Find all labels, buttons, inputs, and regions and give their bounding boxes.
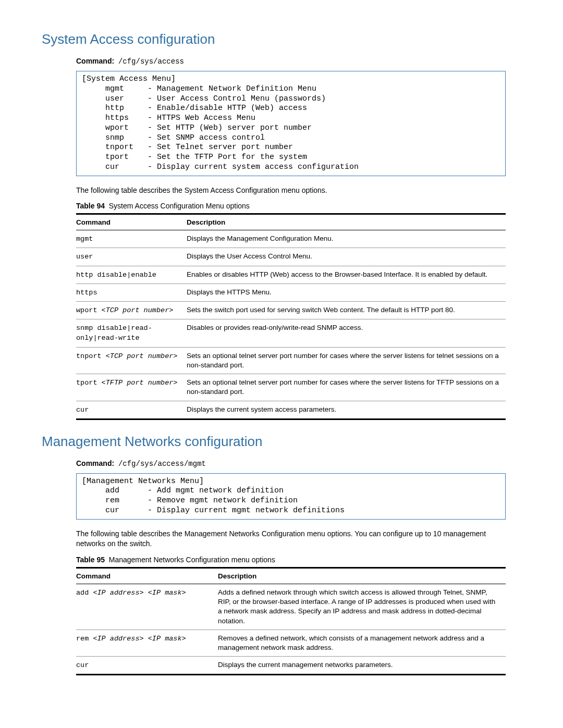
table-title: System Access Configuration Menu options bbox=[109, 202, 250, 210]
command-arg: <TCP port number> bbox=[106, 352, 178, 360]
table-row: userDisplays the User Access Control Men… bbox=[76, 248, 506, 266]
table-label: Table 94 bbox=[76, 202, 105, 210]
command-cell: mgmt bbox=[76, 230, 187, 248]
description-cell: Displays the HTTPS Menu. bbox=[187, 283, 506, 301]
command-arg: <TCP port number> bbox=[102, 306, 174, 314]
command-cell: wport <TCP port number> bbox=[76, 301, 187, 319]
description-cell: Displays the User Access Control Menu. bbox=[187, 248, 506, 266]
table-row: rem <IP address> <IP mask>Removes a defi… bbox=[76, 630, 506, 656]
description-cell: Displays the current system access param… bbox=[187, 401, 506, 419]
command-text: https bbox=[76, 289, 97, 297]
description-cell: Enables or disables HTTP (Web) access to… bbox=[187, 266, 506, 283]
section-title-mgmt-networks: Management Networks configuration bbox=[42, 434, 527, 450]
table-row: http disable|enableEnables or disables H… bbox=[76, 266, 506, 283]
header-command: Command bbox=[76, 214, 187, 230]
command-cell: tport <TFTP port number> bbox=[76, 374, 187, 401]
command-label: Command: bbox=[76, 57, 114, 65]
table-row: tport <TFTP port number>Sets an optional… bbox=[76, 374, 506, 401]
description-cell: Displays the Management Configuration Me… bbox=[187, 230, 506, 248]
command-text: mgmt bbox=[76, 235, 93, 243]
command-line: Command: /cfg/sys/access/mgmt bbox=[76, 459, 527, 468]
command-arg: <TFTP port number> bbox=[102, 379, 178, 387]
table-row: curDisplays the current management netwo… bbox=[76, 657, 506, 675]
table-caption-95: Table 95 Management Networks Configurati… bbox=[76, 556, 506, 564]
command-cell: tnport <TCP port number> bbox=[76, 347, 187, 374]
command-cell: add <IP address> <IP mask> bbox=[76, 584, 218, 630]
table-95: Command Description add <IP address> <IP… bbox=[76, 567, 506, 676]
command-text: tport bbox=[76, 379, 102, 387]
header-command: Command bbox=[76, 567, 218, 584]
command-text: user bbox=[76, 253, 93, 261]
command-path: /cfg/sys/access bbox=[118, 57, 184, 66]
table-row: wport <TCP port number>Sets the switch p… bbox=[76, 301, 506, 319]
table-row: tnport <TCP port number>Sets an optional… bbox=[76, 347, 506, 374]
header-description: Description bbox=[187, 214, 506, 230]
description-cell: Sets an optional telnet server port numb… bbox=[187, 374, 506, 401]
table-row: snmp disable|read-only|read-writeDisable… bbox=[76, 319, 506, 347]
table-row: curDisplays the current system access pa… bbox=[76, 401, 506, 419]
command-text: rem bbox=[76, 635, 93, 643]
command-arg: <IP address> <IP mask> bbox=[93, 635, 186, 643]
body-text: The following table describes the System… bbox=[76, 186, 506, 196]
system-access-menu-box: [System Access Menu] mgmt - Management N… bbox=[76, 71, 506, 176]
description-cell: Sets an optional telnet server port numb… bbox=[187, 347, 506, 374]
command-text: wport bbox=[76, 306, 102, 314]
command-cell: rem <IP address> <IP mask> bbox=[76, 630, 218, 656]
command-cell: http disable|enable bbox=[76, 266, 187, 283]
table-row: add <IP address> <IP mask>Adds a defined… bbox=[76, 584, 506, 630]
command-cell: cur bbox=[76, 401, 187, 419]
description-cell: Adds a defined network through which swi… bbox=[218, 584, 506, 630]
body-text: The following table describes the Manage… bbox=[76, 529, 506, 549]
command-cell: cur bbox=[76, 657, 218, 675]
command-path: /cfg/sys/access/mgmt bbox=[118, 460, 206, 468]
header-description: Description bbox=[218, 567, 506, 584]
table-row: httpsDisplays the HTTPS Menu. bbox=[76, 283, 506, 301]
command-arg: <IP address> <IP mask> bbox=[93, 589, 186, 597]
command-text: tnport bbox=[76, 352, 106, 360]
description-cell: Removes a defined network, which consist… bbox=[218, 630, 506, 656]
command-text: snmp disable|read-only|read-write bbox=[76, 324, 152, 342]
table-94: Command Description mgmtDisplays the Man… bbox=[76, 213, 506, 420]
command-text: cur bbox=[76, 406, 89, 414]
table-caption-94: Table 94 System Access Configuration Men… bbox=[76, 202, 506, 210]
description-cell: Displays the current management networks… bbox=[218, 657, 506, 675]
command-cell: snmp disable|read-only|read-write bbox=[76, 319, 187, 347]
command-cell: https bbox=[76, 283, 187, 301]
section-title-system-access: System Access configuration bbox=[42, 31, 527, 47]
command-text: add bbox=[76, 589, 93, 597]
mgmt-networks-menu-box: [Management Networks Menu] add - Add mgm… bbox=[76, 473, 506, 520]
command-line: Command: /cfg/sys/access bbox=[76, 57, 527, 66]
command-text: http disable|enable bbox=[76, 271, 156, 279]
table-label: Table 95 bbox=[76, 556, 105, 564]
command-label: Command: bbox=[76, 459, 114, 467]
command-cell: user bbox=[76, 248, 187, 266]
table-title: Management Networks Configuration menu o… bbox=[109, 556, 275, 564]
description-cell: Sets the switch port used for serving sw… bbox=[187, 301, 506, 319]
command-text: cur bbox=[76, 661, 89, 669]
description-cell: Disables or provides read-only/write-rea… bbox=[187, 319, 506, 347]
table-row: mgmtDisplays the Management Configuratio… bbox=[76, 230, 506, 248]
